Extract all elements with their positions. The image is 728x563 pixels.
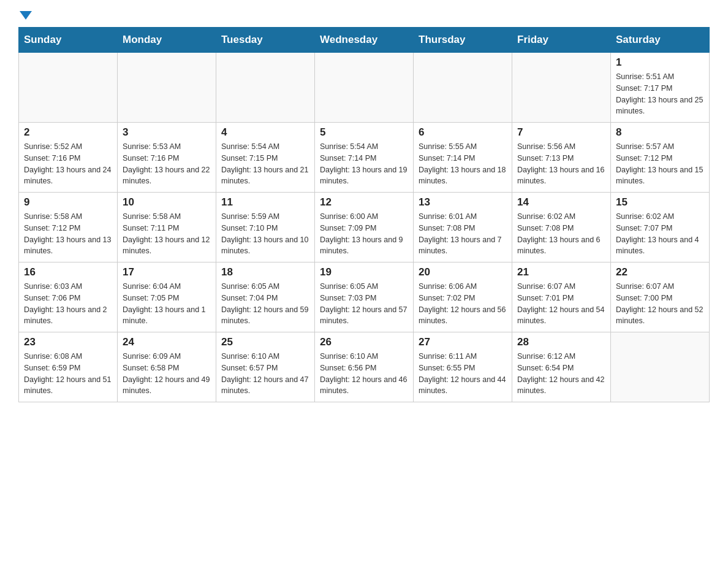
day-info: Sunrise: 5:58 AMSunset: 7:12 PMDaylight:…	[24, 211, 112, 257]
day-info: Sunrise: 5:57 AMSunset: 7:12 PMDaylight:…	[616, 141, 704, 187]
calendar-cell: 11Sunrise: 5:59 AMSunset: 7:10 PMDayligh…	[216, 193, 315, 262]
day-number: 6	[419, 126, 507, 139]
calendar-cell	[611, 332, 710, 402]
calendar-table: SundayMondayTuesdayWednesdayThursdayFrid…	[18, 27, 710, 402]
day-info: Sunrise: 6:04 AMSunset: 7:05 PMDaylight:…	[123, 281, 211, 327]
calendar-cell: 26Sunrise: 6:10 AMSunset: 6:56 PMDayligh…	[315, 332, 414, 402]
calendar-cell: 12Sunrise: 6:00 AMSunset: 7:09 PMDayligh…	[315, 193, 414, 262]
day-number: 13	[419, 196, 507, 209]
day-number: 3	[123, 126, 211, 139]
day-number: 7	[517, 126, 605, 139]
calendar-cell: 21Sunrise: 6:07 AMSunset: 7:01 PMDayligh…	[512, 262, 611, 332]
day-number: 25	[221, 336, 309, 348]
day-info: Sunrise: 6:10 AMSunset: 6:56 PMDaylight:…	[320, 351, 408, 397]
day-number: 15	[616, 196, 704, 209]
day-number: 9	[24, 196, 112, 209]
logo	[18, 12, 32, 21]
day-number: 20	[419, 266, 507, 278]
calendar-cell: 1Sunrise: 5:51 AMSunset: 7:17 PMDaylight…	[611, 53, 710, 123]
calendar-cell	[512, 53, 611, 123]
calendar-cell: 10Sunrise: 5:58 AMSunset: 7:11 PMDayligh…	[118, 193, 216, 262]
calendar-cell: 25Sunrise: 6:10 AMSunset: 6:57 PMDayligh…	[216, 332, 315, 402]
day-number: 10	[123, 196, 211, 209]
day-number: 17	[123, 266, 211, 278]
day-info: Sunrise: 6:09 AMSunset: 6:58 PMDaylight:…	[123, 351, 211, 397]
weekday-header-friday: Friday	[512, 28, 611, 53]
day-number: 27	[419, 336, 507, 348]
calendar-cell: 20Sunrise: 6:06 AMSunset: 7:02 PMDayligh…	[414, 262, 512, 332]
calendar-cell: 8Sunrise: 5:57 AMSunset: 7:12 PMDaylight…	[611, 123, 710, 193]
day-number: 1	[616, 56, 704, 69]
day-info: Sunrise: 6:02 AMSunset: 7:08 PMDaylight:…	[517, 211, 605, 257]
day-number: 28	[517, 336, 605, 348]
day-info: Sunrise: 6:10 AMSunset: 6:57 PMDaylight:…	[221, 351, 309, 397]
weekday-header-saturday: Saturday	[611, 28, 710, 53]
day-info: Sunrise: 6:06 AMSunset: 7:02 PMDaylight:…	[419, 281, 507, 327]
day-info: Sunrise: 5:54 AMSunset: 7:15 PMDaylight:…	[221, 141, 309, 187]
day-info: Sunrise: 5:51 AMSunset: 7:17 PMDaylight:…	[616, 71, 704, 117]
day-number: 12	[320, 196, 408, 209]
day-info: Sunrise: 5:52 AMSunset: 7:16 PMDaylight:…	[24, 141, 112, 187]
day-number: 22	[616, 266, 704, 278]
day-info: Sunrise: 6:07 AMSunset: 7:01 PMDaylight:…	[517, 281, 605, 327]
calendar-cell: 23Sunrise: 6:08 AMSunset: 6:59 PMDayligh…	[19, 332, 118, 402]
page-header	[18, 12, 710, 21]
day-number: 24	[123, 336, 211, 348]
day-info: Sunrise: 6:00 AMSunset: 7:09 PMDaylight:…	[320, 211, 408, 257]
day-number: 4	[221, 126, 309, 139]
day-number: 14	[517, 196, 605, 209]
calendar-cell	[118, 53, 216, 123]
calendar-cell: 22Sunrise: 6:07 AMSunset: 7:00 PMDayligh…	[611, 262, 710, 332]
calendar-cell: 24Sunrise: 6:09 AMSunset: 6:58 PMDayligh…	[118, 332, 216, 402]
weekday-header-sunday: Sunday	[19, 28, 118, 53]
calendar-week-row: 9Sunrise: 5:58 AMSunset: 7:12 PMDaylight…	[19, 193, 710, 262]
weekday-header-tuesday: Tuesday	[216, 28, 315, 53]
day-info: Sunrise: 5:56 AMSunset: 7:13 PMDaylight:…	[517, 141, 605, 187]
day-info: Sunrise: 6:07 AMSunset: 7:00 PMDaylight:…	[616, 281, 704, 327]
day-info: Sunrise: 6:03 AMSunset: 7:06 PMDaylight:…	[24, 281, 112, 327]
calendar-cell: 16Sunrise: 6:03 AMSunset: 7:06 PMDayligh…	[19, 262, 118, 332]
calendar-cell: 19Sunrise: 6:05 AMSunset: 7:03 PMDayligh…	[315, 262, 414, 332]
calendar-cell: 17Sunrise: 6:04 AMSunset: 7:05 PMDayligh…	[118, 262, 216, 332]
day-number: 8	[616, 126, 704, 139]
calendar-cell	[315, 53, 414, 123]
calendar-cell: 27Sunrise: 6:11 AMSunset: 6:55 PMDayligh…	[414, 332, 512, 402]
day-number: 23	[24, 336, 112, 348]
day-number: 21	[517, 266, 605, 278]
calendar-week-row: 2Sunrise: 5:52 AMSunset: 7:16 PMDaylight…	[19, 123, 710, 193]
calendar-cell: 7Sunrise: 5:56 AMSunset: 7:13 PMDaylight…	[512, 123, 611, 193]
day-info: Sunrise: 5:59 AMSunset: 7:10 PMDaylight:…	[221, 211, 309, 257]
day-info: Sunrise: 6:05 AMSunset: 7:03 PMDaylight:…	[320, 281, 408, 327]
logo-triangle-icon	[20, 11, 32, 20]
weekday-header-wednesday: Wednesday	[315, 28, 414, 53]
day-info: Sunrise: 5:53 AMSunset: 7:16 PMDaylight:…	[123, 141, 211, 187]
calendar-cell	[216, 53, 315, 123]
day-number: 18	[221, 266, 309, 278]
day-info: Sunrise: 6:08 AMSunset: 6:59 PMDaylight:…	[24, 351, 112, 397]
day-info: Sunrise: 6:02 AMSunset: 7:07 PMDaylight:…	[616, 211, 704, 257]
calendar-cell: 2Sunrise: 5:52 AMSunset: 7:16 PMDaylight…	[19, 123, 118, 193]
day-info: Sunrise: 6:12 AMSunset: 6:54 PMDaylight:…	[517, 351, 605, 397]
calendar-week-row: 1Sunrise: 5:51 AMSunset: 7:17 PMDaylight…	[19, 53, 710, 123]
calendar-cell: 6Sunrise: 5:55 AMSunset: 7:14 PMDaylight…	[414, 123, 512, 193]
day-number: 2	[24, 126, 112, 139]
calendar-cell: 18Sunrise: 6:05 AMSunset: 7:04 PMDayligh…	[216, 262, 315, 332]
calendar-week-row: 23Sunrise: 6:08 AMSunset: 6:59 PMDayligh…	[19, 332, 710, 402]
day-number: 11	[221, 196, 309, 209]
weekday-header-thursday: Thursday	[414, 28, 512, 53]
day-number: 26	[320, 336, 408, 348]
day-info: Sunrise: 6:05 AMSunset: 7:04 PMDaylight:…	[221, 281, 309, 327]
day-info: Sunrise: 5:55 AMSunset: 7:14 PMDaylight:…	[419, 141, 507, 187]
day-info: Sunrise: 6:01 AMSunset: 7:08 PMDaylight:…	[419, 211, 507, 257]
day-number: 5	[320, 126, 408, 139]
calendar-cell: 15Sunrise: 6:02 AMSunset: 7:07 PMDayligh…	[611, 193, 710, 262]
calendar-cell: 28Sunrise: 6:12 AMSunset: 6:54 PMDayligh…	[512, 332, 611, 402]
calendar-cell	[19, 53, 118, 123]
calendar-header-row: SundayMondayTuesdayWednesdayThursdayFrid…	[19, 28, 710, 53]
day-number: 16	[24, 266, 112, 278]
calendar-cell: 14Sunrise: 6:02 AMSunset: 7:08 PMDayligh…	[512, 193, 611, 262]
calendar-cell: 5Sunrise: 5:54 AMSunset: 7:14 PMDaylight…	[315, 123, 414, 193]
day-info: Sunrise: 6:11 AMSunset: 6:55 PMDaylight:…	[419, 351, 507, 397]
day-info: Sunrise: 5:54 AMSunset: 7:14 PMDaylight:…	[320, 141, 408, 187]
day-info: Sunrise: 5:58 AMSunset: 7:11 PMDaylight:…	[123, 211, 211, 257]
